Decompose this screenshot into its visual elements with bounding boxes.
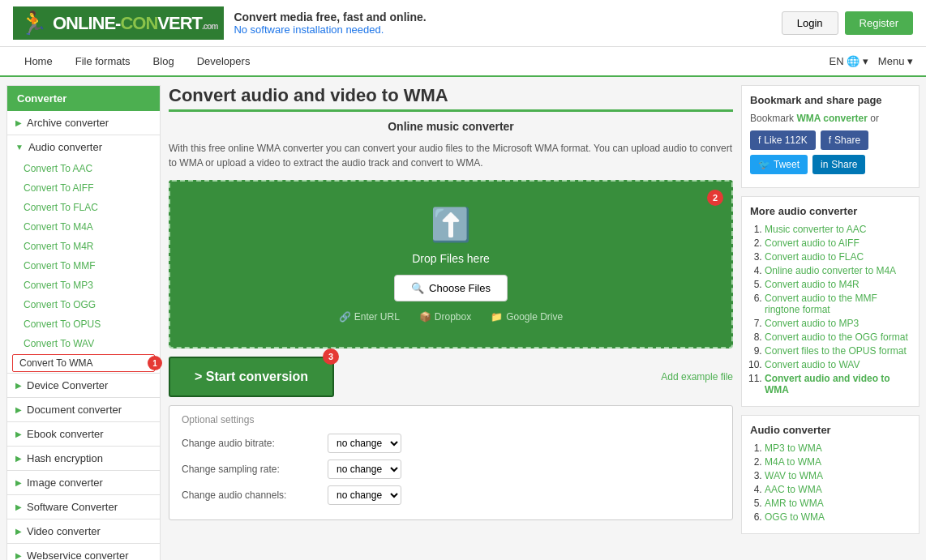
nav-developers[interactable]: Developers <box>186 47 262 75</box>
list-item: Music converter to AAC <box>765 224 911 235</box>
sidebar-audio-aiff[interactable]: Convert To AIFF <box>7 178 160 198</box>
audio-converter-list: MP3 to WMA M4A to WMA WAV to WMA AAC to … <box>750 442 911 523</box>
sidebar-audio-ogg[interactable]: Convert To OGG <box>7 295 160 314</box>
upload-icon: ⬆️ <box>186 206 715 244</box>
sidebar-audio-m4r[interactable]: Convert To M4R <box>7 237 160 256</box>
linkedin-button[interactable]: in Share <box>812 155 865 174</box>
sidebar-audio-wma[interactable]: Convert To WMA1 <box>12 354 155 372</box>
optional-settings: Optional settings Change audio bitrate: … <box>169 405 733 520</box>
login-button[interactable]: Login <box>782 11 838 35</box>
dropbox-link[interactable]: 📦 Dropbox <box>419 311 471 323</box>
audio-conv-link-6[interactable]: OGG to WMA <box>765 511 825 523</box>
nav-right: EN 🌐 ▾ Menu ▾ <box>830 55 913 67</box>
arrow-icon-image: ▶ <box>15 478 22 487</box>
subtitle: Online music converter <box>169 120 733 133</box>
channels-select[interactable]: no change <box>328 485 401 505</box>
sidebar-item-document[interactable]: ▶ Document converter <box>7 398 160 421</box>
arrow-icon-audio: ▼ <box>15 143 24 152</box>
audio-converter-box: Audio converter MP3 to WMA M4A to WMA WA… <box>741 415 920 534</box>
google-drive-link[interactable]: 📁 Google Drive <box>491 311 563 323</box>
header-buttons: Login Register <box>782 11 913 35</box>
sidebar: Converter ▶ Archive converter ▼ Audio co… <box>6 85 161 560</box>
audio-conv-link-4[interactable]: AAC to WMA <box>765 484 822 495</box>
sidebar-item-ebook[interactable]: ▶ Ebook converter <box>7 422 160 446</box>
sidebar-audio-mp3[interactable]: Convert To MP3 <box>7 276 160 295</box>
arrow-icon-device: ▶ <box>15 381 22 390</box>
bookmark-box: Bookmark and share page Bookmark WMA con… <box>741 85 920 188</box>
sidebar-audio-mmf[interactable]: Convert To MMF <box>7 256 160 276</box>
sidebar-audio-m4a[interactable]: Convert To M4A <box>7 217 160 237</box>
sidebar-section-device: ▶ Device Converter <box>7 374 160 398</box>
link-icon: 🔗 <box>339 311 351 323</box>
twitter-icon: 🐦 <box>758 159 770 170</box>
setting-bitrate-row: Change audio bitrate: no change <box>182 434 720 453</box>
sidebar-item-image[interactable]: ▶ Image converter <box>7 471 160 494</box>
nav-home[interactable]: Home <box>13 47 64 75</box>
fbshare-icon: f <box>829 135 831 146</box>
sampling-select[interactable]: no change <box>328 460 401 479</box>
sidebar-item-audio[interactable]: ▼ Audio converter <box>7 135 160 159</box>
list-item-active: Convert audio and video to WMA <box>765 373 911 395</box>
arrow-icon-video: ▶ <box>15 527 22 536</box>
more-audio-link-8[interactable]: Convert audio to the OGG format <box>765 331 908 343</box>
sidebar-item-hash[interactable]: ▶ Hash encryption <box>7 447 160 470</box>
start-conversion-button[interactable]: > Start conversion <box>169 357 334 397</box>
sidebar-item-software[interactable]: ▶ Software Converter <box>7 495 160 519</box>
logo-area: 🏃 ONLINE-CONVERT.com Convert media free,… <box>13 6 427 40</box>
choose-files-button[interactable]: 🔍 Choose Files <box>394 275 508 301</box>
arrow-icon-document: ▶ <box>15 405 22 414</box>
list-item: WAV to WMA <box>765 470 911 481</box>
menu-toggle[interactable]: Menu ▾ <box>878 55 913 67</box>
bitrate-select[interactable]: no change <box>328 434 401 453</box>
nav-file-formats[interactable]: File formats <box>64 47 142 75</box>
more-audio-link-4[interactable]: Online audio converter to M4A <box>765 265 896 276</box>
audio-conv-link-5[interactable]: AMR to WMA <box>765 498 824 509</box>
more-audio-link-7[interactable]: Convert audio to MP3 <box>765 318 859 329</box>
more-audio-link-6[interactable]: Convert audio to the MMF ringtone format <box>765 293 877 315</box>
more-audio-link-11[interactable]: Convert audio and video to WMA <box>765 373 890 395</box>
sidebar-item-archive[interactable]: ▶ Archive converter <box>7 111 160 135</box>
upload-links: 🔗 Enter URL 📦 Dropbox 📁 Google Drive <box>186 311 715 323</box>
facebook-like-button[interactable]: f Like 112K <box>750 130 816 150</box>
optional-settings-title: Optional settings <box>182 414 720 425</box>
twitter-button[interactable]: 🐦 Tweet <box>750 155 808 174</box>
linkedin-icon: in <box>821 159 828 170</box>
sidebar-item-video[interactable]: ▶ Video converter <box>7 519 160 543</box>
register-button[interactable]: Register <box>845 11 913 35</box>
sidebar-title: Converter <box>7 86 160 111</box>
more-audio-link-5[interactable]: Convert audio to M4R <box>765 279 860 290</box>
list-item: Convert audio to WAV <box>765 359 911 370</box>
more-audio-link-3[interactable]: Convert audio to FLAC <box>765 251 864 263</box>
more-audio-link-9[interactable]: Convert files to the OPUS format <box>765 345 907 357</box>
facebook-share-button[interactable]: f Share <box>821 130 868 150</box>
setting-channels-row: Change audio channels: no change <box>182 485 720 505</box>
more-audio-link-10[interactable]: Convert audio to WAV <box>765 359 860 370</box>
enter-url-link[interactable]: 🔗 Enter URL <box>339 311 400 323</box>
add-example-link[interactable]: Add example file <box>661 371 733 383</box>
badge-2: 2 <box>707 190 723 206</box>
sidebar-audio-opus[interactable]: Convert To OPUS <box>7 314 160 334</box>
sidebar-item-device[interactable]: ▶ Device Converter <box>7 374 160 397</box>
audio-conv-link-3[interactable]: WAV to WMA <box>765 470 823 481</box>
title-divider <box>169 109 733 112</box>
audio-conv-link-2[interactable]: M4A to WMA <box>765 456 821 468</box>
more-audio-link-1[interactable]: Music converter to AAC <box>765 224 866 235</box>
upload-area[interactable]: ⬆️ Drop Files here 🔍 Choose Files 🔗 Ente… <box>169 180 733 348</box>
nav-blog[interactable]: Blog <box>142 47 186 75</box>
language-selector[interactable]: EN 🌐 ▾ <box>830 55 868 67</box>
audio-conv-link-1[interactable]: MP3 to WMA <box>765 442 822 454</box>
list-item: AAC to WMA <box>765 484 911 495</box>
sidebar-section-webservice: ▶ Webservice converter <box>7 544 160 560</box>
description: With this free online WMA converter you … <box>169 141 733 170</box>
sidebar-audio-wav[interactable]: Convert To WAV <box>7 334 160 353</box>
sidebar-item-webservice[interactable]: ▶ Webservice converter <box>7 544 160 560</box>
more-audio-link-2[interactable]: Convert audio to AIFF <box>765 237 860 249</box>
audio-converter-title: Audio converter <box>750 424 911 436</box>
sidebar-section-document: ▶ Document converter <box>7 398 160 422</box>
tagline-sub: No software installation needed. <box>234 24 426 36</box>
more-audio-box: More audio converter Music converter to … <box>741 196 920 407</box>
bookmark-link[interactable]: WMA converter <box>796 113 868 124</box>
sidebar-audio-flac[interactable]: Convert To FLAC <box>7 198 160 217</box>
sidebar-audio-aac[interactable]: Convert To AAC <box>7 159 160 178</box>
list-item: Convert audio to the MMF ringtone format <box>765 293 911 315</box>
